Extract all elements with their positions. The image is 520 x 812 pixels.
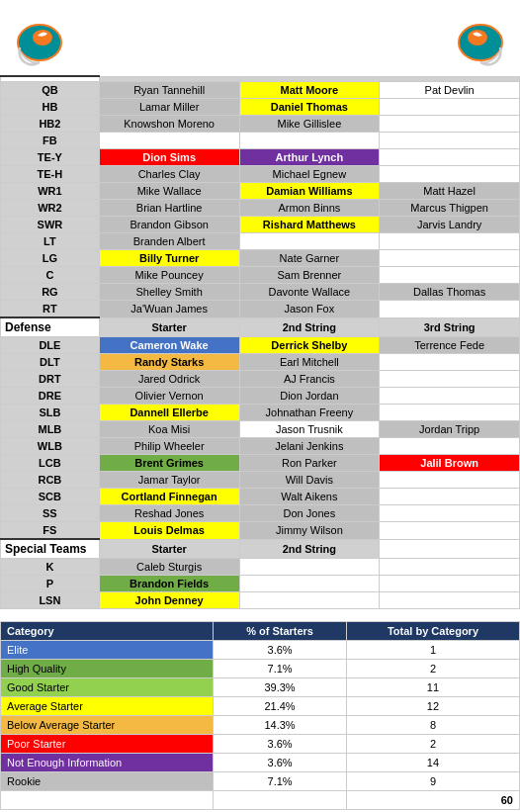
starter-cell: Branden Albert xyxy=(99,233,239,250)
second-string-cell: Davonte Wallace xyxy=(239,284,380,301)
second-string-cell xyxy=(239,576,380,592)
second-string-cell: Sam Brenner xyxy=(239,267,380,284)
table-row: SSReshad JonesDon Jones xyxy=(1,505,520,522)
position-cell: RT xyxy=(1,301,100,318)
starter-cell: Ryan Tannehill xyxy=(99,82,239,99)
starter-cell: Brian Hartline xyxy=(99,200,239,217)
third-string-cell xyxy=(380,301,520,318)
starter-cell: Philip Wheeler xyxy=(99,438,239,455)
table-row: LTBranden Albert xyxy=(1,233,520,250)
second-string-cell: Damian Williams xyxy=(239,183,380,200)
stats-row: Rookie7.1%9 xyxy=(1,772,520,791)
col-header-st xyxy=(380,539,520,559)
table-row: MLBKoa MisiJason TrusnikJordan Tripp xyxy=(1,421,520,438)
second-string-cell: Rishard Matthews xyxy=(239,217,380,233)
stats-row: Not Enough Information3.6%14 xyxy=(1,754,520,772)
pct-cell: 14.3% xyxy=(214,716,347,735)
special-teams-label: Special Teams xyxy=(1,539,100,559)
starter-cell: Jamar Taylor xyxy=(99,472,239,489)
second-string-cell: Earl Mitchell xyxy=(239,354,380,371)
starter-cell: Brandon Fields xyxy=(99,576,239,592)
table-row: RCBJamar TaylorWill Davis xyxy=(1,472,520,489)
logo-left xyxy=(10,8,69,67)
category-cell: Rookie xyxy=(1,772,214,791)
position-cell: DLE xyxy=(1,337,100,354)
second-string-cell: Nate Garner xyxy=(239,250,380,267)
svg-point-5 xyxy=(468,30,487,45)
stats-row: Below Average Starter14.3%8 xyxy=(1,716,520,735)
position-cell: WR2 xyxy=(1,200,100,217)
second-string-cell: Walt Aikens xyxy=(239,489,380,505)
pct-cell: 3.6% xyxy=(214,754,347,772)
category-cell: Below Average Starter xyxy=(1,716,214,735)
third-string-cell: Jarvis Landry xyxy=(380,217,520,233)
category-cell: Elite xyxy=(1,641,214,660)
category-cell: Not Enough Information xyxy=(1,754,214,772)
svg-point-2 xyxy=(33,30,52,45)
starter-cell: Randy Starks xyxy=(99,354,239,371)
table-row: SCBCortland FinneganWalt Aikens xyxy=(1,489,520,505)
table-row: DLTRandy StarksEarl Mitchell xyxy=(1,354,520,371)
category-cell: High Quality xyxy=(1,660,214,678)
third-string-cell xyxy=(380,267,520,284)
table-row: QBRyan TannehillMatt MoorePat Devlin xyxy=(1,82,520,99)
starter-cell: Koa Misi xyxy=(99,421,239,438)
defense-label: Defense xyxy=(1,317,100,337)
third-string-cell xyxy=(380,472,520,489)
table-row: HB2Knowshon MorenoMike Gillislee xyxy=(1,116,520,133)
pct-cell: 21.4% xyxy=(214,697,347,716)
second-string-cell: Johnathan Freeny xyxy=(239,405,380,421)
table-row: LGBilly TurnerNate Garner xyxy=(1,250,520,267)
second-string-cell: Arthur Lynch xyxy=(239,149,380,166)
stats-table: Category% of StartersTotal by CategoryEl… xyxy=(0,621,520,810)
table-row: WR1Mike WallaceDamian WilliamsMatt Hazel xyxy=(1,183,520,200)
stats-row: Elite3.6%1 xyxy=(1,641,520,660)
position-cell: SS xyxy=(1,505,100,522)
category-cell: Average Starter xyxy=(1,697,214,716)
second-string-cell xyxy=(239,559,380,576)
table-row: HBLamar MillerDaniel Thomas xyxy=(1,99,520,116)
second-string-cell: Daniel Thomas xyxy=(239,99,380,116)
table-row: LSNJohn Denney xyxy=(1,592,520,609)
grand-total: 60 xyxy=(346,791,519,810)
stats-col-header: Total by Category xyxy=(346,622,519,641)
starter-cell: Brent Grimes xyxy=(99,455,239,472)
starter-cell: Louis Delmas xyxy=(99,522,239,540)
second-string-cell: Jason Fox xyxy=(239,301,380,318)
stats-row: High Quality7.1%2 xyxy=(1,660,520,678)
table-row: DRTJared OdrickAJ Francis xyxy=(1,371,520,388)
total-cell: 2 xyxy=(346,735,519,754)
table-row: WLBPhilip WheelerJelani Jenkins xyxy=(1,438,520,455)
third-string-cell xyxy=(380,233,520,250)
position-cell: HB xyxy=(1,99,100,116)
starter-cell: Shelley Smith xyxy=(99,284,239,301)
position-cell: DRT xyxy=(1,371,100,388)
starter-cell: Dannell Ellerbe xyxy=(99,405,239,421)
second-string-cell: Armon Binns xyxy=(239,200,380,217)
starter-cell: Knowshon Moreno xyxy=(99,116,239,133)
position-cell: DLT xyxy=(1,354,100,371)
stats-row: Poor Starter3.6%2 xyxy=(1,735,520,754)
table-row: WR2Brian HartlineArmon BinnsMarcus Thigp… xyxy=(1,200,520,217)
starter-cell: Jared Odrick xyxy=(99,371,239,388)
position-cell: RCB xyxy=(1,472,100,489)
third-string-cell xyxy=(380,438,520,455)
second-string-cell: Michael Egnew xyxy=(239,166,380,183)
starter-cell: Cameron Wake xyxy=(99,337,239,354)
position-cell: SCB xyxy=(1,489,100,505)
table-row: TE-HCharles ClayMichael Egnew xyxy=(1,166,520,183)
stats-row: Good Starter39.3%11 xyxy=(1,678,520,697)
position-cell: WR1 xyxy=(1,183,100,200)
starter-cell xyxy=(99,133,239,149)
table-row: LCBBrent GrimesRon ParkerJalil Brown xyxy=(1,455,520,472)
total-cell: 8 xyxy=(346,716,519,735)
table-row: CMike PounceySam Brenner xyxy=(1,267,520,284)
starter-cell: John Denney xyxy=(99,592,239,609)
third-string-cell xyxy=(380,489,520,505)
total-cell: 9 xyxy=(346,772,519,791)
second-string-cell: Dion Jordan xyxy=(239,388,380,405)
special-teams-header-row: Special TeamsStarter2nd String xyxy=(1,539,520,559)
position-cell: LSN xyxy=(1,592,100,609)
third-string-cell: Terrence Fede xyxy=(380,337,520,354)
position-cell: SWR xyxy=(1,217,100,233)
